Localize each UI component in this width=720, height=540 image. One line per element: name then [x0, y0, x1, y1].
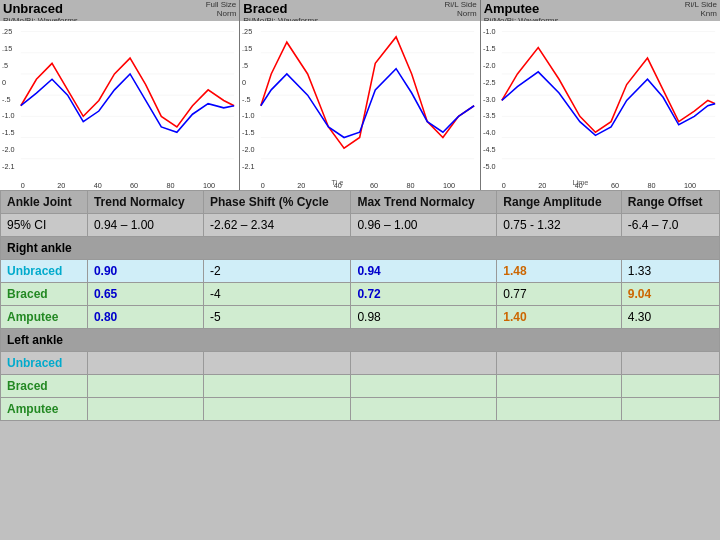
- col-header-trend: Trend Normalcy: [87, 191, 203, 214]
- svg-text:100: 100: [203, 181, 215, 190]
- results-table: Ankle Joint Trend Normalcy Phase Shift (…: [0, 190, 720, 421]
- svg-text:.25: .25: [2, 26, 12, 35]
- right-amputee-val4: 4.30: [621, 306, 719, 329]
- chart-unbraced: Unbraced Ri/Mo/Bi: Waveforms Full Size N…: [0, 0, 240, 190]
- chart-amputee-meta: Ri/L Side Knm: [685, 1, 717, 19]
- svg-text:60: 60: [370, 181, 378, 190]
- right-unbraced-row: Unbraced 0.90 -2 0.94 1.48 1.33: [1, 260, 720, 283]
- right-unbraced-val4: 1.33: [621, 260, 719, 283]
- svg-text:-2.5: -2.5: [483, 77, 496, 86]
- svg-text:.5: .5: [2, 60, 8, 69]
- right-amputee-val1: -5: [204, 306, 351, 329]
- col-header-joint: Ankle Joint: [1, 191, 88, 214]
- svg-text:-1.5: -1.5: [2, 128, 15, 137]
- svg-text:Lime: Lime: [572, 178, 588, 187]
- svg-text:100: 100: [443, 181, 455, 190]
- right-unbraced-name: Unbraced: [1, 260, 88, 283]
- svg-text:-4.0: -4.0: [483, 128, 496, 137]
- left-amputee-val0: [87, 398, 203, 421]
- right-amputee-name: Amputee: [1, 306, 88, 329]
- left-amputee-val4: [621, 398, 719, 421]
- svg-text:0: 0: [2, 77, 6, 86]
- left-braced-val2: [351, 375, 497, 398]
- chart-unbraced-header: Unbraced Ri/Mo/Bi: Waveforms Full Size N…: [0, 0, 239, 21]
- left-ankle-section-row: Left ankle: [1, 329, 720, 352]
- left-braced-val4: [621, 375, 719, 398]
- svg-text:-1.0: -1.0: [483, 26, 496, 35]
- chart-braced: Braced Ri/Mo/Bi: Waveforms Ri/L Side Nor…: [240, 0, 480, 190]
- left-braced-val1: [204, 375, 351, 398]
- svg-text:-3.5: -3.5: [483, 111, 496, 120]
- left-braced-val3: [497, 375, 621, 398]
- svg-text:100: 100: [684, 181, 696, 190]
- chart-braced-plot: .25 .15 .5 0 -.5 -1.0 -1.5 -2.0 -2.1 Amp…: [240, 21, 479, 190]
- left-amputee-val3: [497, 398, 621, 421]
- col-header-range-offset: Range Offset: [621, 191, 719, 214]
- left-unbraced-val2: [351, 352, 497, 375]
- svg-text:-1.5: -1.5: [483, 43, 496, 52]
- chart-amputee: Amputee Ri/Mo/Bi: Waveforms Ri/L Side Kn…: [481, 0, 720, 190]
- right-braced-val3: 0.77: [497, 283, 621, 306]
- ci-val-0: 0.94 – 1.00: [87, 214, 203, 237]
- right-braced-val1: -4: [204, 283, 351, 306]
- ci-val-1: -2.62 – 2.34: [204, 214, 351, 237]
- ci-label: 95% CI: [1, 214, 88, 237]
- chart-unbraced-title: Unbraced: [3, 1, 78, 16]
- svg-text:0: 0: [501, 181, 505, 190]
- left-unbraced-val3: [497, 352, 621, 375]
- right-amputee-val3: 1.40: [497, 306, 621, 329]
- charts-section: Unbraced Ri/Mo/Bi: Waveforms Full Size N…: [0, 0, 720, 190]
- svg-text:80: 80: [166, 181, 174, 190]
- svg-text:60: 60: [611, 181, 619, 190]
- left-amputee-name: Amputee: [1, 398, 88, 421]
- left-braced-row: Braced: [1, 375, 720, 398]
- svg-text:80: 80: [647, 181, 655, 190]
- left-unbraced-val1: [204, 352, 351, 375]
- svg-text:-2.1: -2.1: [242, 162, 255, 171]
- right-ankle-label: Right ankle: [1, 237, 720, 260]
- svg-text:-.5: -.5: [2, 94, 10, 103]
- left-unbraced-row: Unbraced: [1, 352, 720, 375]
- left-braced-name: Braced: [1, 375, 88, 398]
- ci-val-4: -6.4 – 7.0: [621, 214, 719, 237]
- svg-text:Ti e: Ti e: [332, 178, 344, 187]
- right-amputee-val2: 0.98: [351, 306, 497, 329]
- left-amputee-row: Amputee: [1, 398, 720, 421]
- svg-text:-.5: -.5: [242, 94, 250, 103]
- chart-amputee-plot: -1.0 -1.5 -2.0 -2.5 -3.0 -3.5 -4.0 -4.5 …: [481, 21, 720, 190]
- col-header-range-amp: Range Amplitude: [497, 191, 621, 214]
- left-amputee-val1: [204, 398, 351, 421]
- chart-unbraced-plot: .25 .15 .5 0 -.5 -1.0 -1.5 -2.0 -2.1 Amp…: [0, 21, 239, 190]
- svg-text:80: 80: [407, 181, 415, 190]
- chart-unbraced-meta: Full Size Norm: [206, 1, 237, 19]
- left-braced-val0: [87, 375, 203, 398]
- svg-text:.5: .5: [242, 60, 248, 69]
- svg-text:40: 40: [94, 181, 102, 190]
- ci-val-3: 0.75 - 1.32: [497, 214, 621, 237]
- svg-text:.15: .15: [2, 43, 12, 52]
- right-unbraced-val2: 0.94: [351, 260, 497, 283]
- data-table-section: Ankle Joint Trend Normalcy Phase Shift (…: [0, 190, 720, 421]
- chart-braced-header: Braced Ri/Mo/Bi: Waveforms Ri/L Side Nor…: [240, 0, 479, 21]
- right-unbraced-val0: 0.90: [87, 260, 203, 283]
- ci-row: 95% CI 0.94 – 1.00 -2.62 – 2.34 0.96 – 1…: [1, 214, 720, 237]
- svg-text:60: 60: [130, 181, 138, 190]
- chart-amputee-title: Amputee: [484, 1, 559, 16]
- col-header-phase: Phase Shift (% Cycle: [204, 191, 351, 214]
- svg-text:-2.0: -2.0: [242, 145, 255, 154]
- chart-braced-meta: Ri/L Side Norm: [444, 1, 476, 19]
- svg-text:-1.0: -1.0: [2, 111, 15, 120]
- svg-text:0: 0: [242, 77, 246, 86]
- svg-text:.15: .15: [242, 43, 252, 52]
- svg-text:-4.5: -4.5: [483, 145, 496, 154]
- right-ankle-section-row: Right ankle: [1, 237, 720, 260]
- svg-text:-1.5: -1.5: [242, 128, 255, 137]
- col-header-maxtrend: Max Trend Normalcy: [351, 191, 497, 214]
- right-braced-row: Braced 0.65 -4 0.72 0.77 9.04: [1, 283, 720, 306]
- right-unbraced-val3: 1.48: [497, 260, 621, 283]
- svg-text:20: 20: [57, 181, 65, 190]
- ci-val-2: 0.96 – 1.00: [351, 214, 497, 237]
- svg-text:20: 20: [298, 181, 306, 190]
- right-braced-val0: 0.65: [87, 283, 203, 306]
- chart-braced-title: Braced: [243, 1, 318, 16]
